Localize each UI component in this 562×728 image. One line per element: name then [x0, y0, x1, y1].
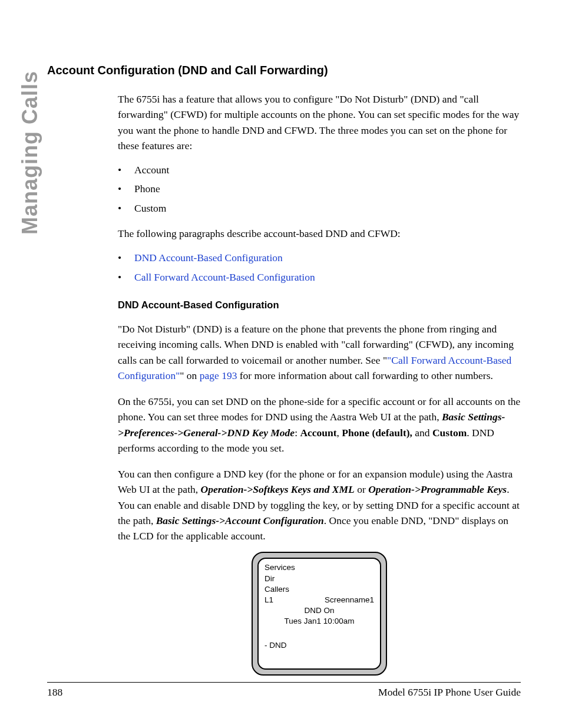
option: Custom — [432, 427, 467, 439]
ui-path: Operation->Softkeys Keys and XML — [201, 483, 355, 495]
section-subheading: DND Account-Based Configuration — [118, 299, 521, 311]
list-item: Account — [118, 160, 521, 179]
text: and — [412, 427, 432, 439]
lcd-line: L1 Screenname1 — [265, 595, 374, 605]
paragraph: "Do Not Disturb" (DND) is a feature on t… — [118, 321, 521, 383]
lcd-line-right: Screenname1 — [325, 595, 374, 605]
list-item: Custom — [118, 199, 521, 218]
list-item: Phone — [118, 179, 521, 198]
list-item: Call Forward Account-Based Configuration — [118, 268, 521, 286]
xref-link[interactable]: Call Forward Account-Based Configuration — [134, 271, 315, 283]
lcd-bezel: Services Dir Callers L1 Screenname1 DND … — [252, 552, 387, 676]
xref-link[interactable]: DND Account-Based Configuration — [134, 252, 283, 263]
page-link[interactable]: page 193 — [200, 370, 237, 381]
lcd-line: - DND — [265, 640, 374, 651]
paragraph: You can then configure a DND key (for th… — [118, 466, 521, 543]
text: : — [295, 427, 300, 439]
text: for more information about call forwardi… — [237, 370, 492, 381]
modes-list: Account Phone Custom — [118, 160, 521, 218]
page-number: 188 — [47, 686, 62, 699]
paragraph: On the 6755i, you can set DND on the pho… — [118, 394, 521, 456]
paragraph: The following paragraphs describe accoun… — [118, 226, 521, 241]
side-section-label: Managing Calls — [19, 64, 41, 235]
text: or — [355, 483, 368, 495]
lcd-line: Callers — [265, 584, 374, 595]
page-heading: Account Configuration (DND and Call Forw… — [47, 64, 521, 77]
text: " on — [180, 370, 199, 381]
ui-path: Operation->Programmable Keys — [368, 483, 507, 495]
ui-path: Basic Settings->Account Configuration — [156, 515, 324, 526]
lcd-line: Services — [265, 562, 374, 573]
links-list: DND Account-Based Configuration Call For… — [118, 248, 521, 286]
lcd-line-left: L1 — [265, 595, 273, 605]
option: Phone (default), — [342, 427, 412, 439]
lcd-line: Dir — [265, 574, 374, 584]
page-footer: 188 Model 6755i IP Phone User Guide — [47, 682, 521, 699]
intro-paragraph: The 6755i has a feature that allows you … — [118, 91, 521, 153]
list-item: DND Account-Based Configuration — [118, 248, 521, 267]
lcd-line: DND On — [265, 605, 374, 616]
lcd-line: Tues Jan1 10:00am — [265, 616, 374, 627]
option: Account — [300, 427, 336, 439]
guide-title: Model 6755i IP Phone User Guide — [378, 686, 521, 699]
lcd-screen: Services Dir Callers L1 Screenname1 DND … — [257, 558, 381, 670]
